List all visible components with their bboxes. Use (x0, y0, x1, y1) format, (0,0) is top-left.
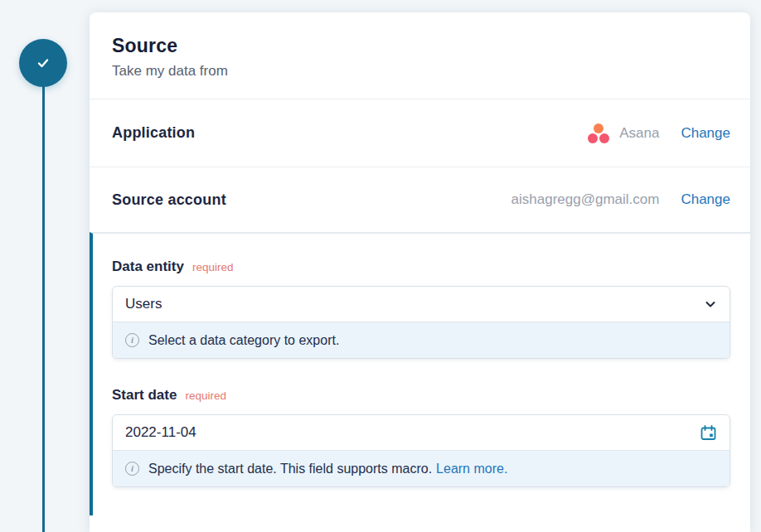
start-date-value: 2022-11-04 (125, 424, 196, 441)
change-application-link[interactable]: Change (681, 125, 730, 142)
calendar-icon[interactable] (700, 424, 717, 442)
application-row: Application Asana Change (90, 99, 750, 167)
check-icon (34, 54, 52, 72)
data-entity-label: Data entity (112, 259, 184, 275)
source-settings-section: Data entity required Users i Select a da… (90, 232, 750, 515)
start-date-label: Start date (112, 387, 177, 404)
data-entity-group: Users i Select a data category to export… (112, 286, 730, 359)
start-date-hint: i Specify the start date. This field sup… (113, 451, 729, 486)
data-entity-select[interactable]: Users (113, 287, 729, 322)
source-account-value: aishagregg@gmail.com (511, 191, 660, 208)
card-header: Source Take my data from (90, 12, 750, 99)
stepper-connector-line (42, 83, 45, 532)
data-entity-value: Users (125, 296, 162, 312)
start-date-label-row: Start date required (112, 387, 730, 404)
start-date-required-badge: required (185, 389, 226, 402)
change-account-link[interactable]: Change (681, 191, 730, 208)
start-date-group: 2022-11-04 i Specify the start date. Thi… (112, 414, 730, 487)
source-account-label: Source account (112, 191, 226, 209)
chevron-down-icon (704, 297, 717, 311)
start-date-hint-text: Specify the start date. This field suppo… (148, 462, 432, 476)
application-value: Asana (619, 125, 659, 142)
step-complete-badge[interactable] (19, 39, 67, 87)
page-subtitle: Take my data from (112, 63, 727, 80)
page-title: Source (112, 35, 727, 57)
start-date-input[interactable]: 2022-11-04 (113, 415, 729, 451)
data-entity-label-row: Data entity required (112, 259, 730, 275)
source-step-card: Source Take my data from Application Asa… (90, 12, 750, 532)
source-account-row: Source account aishagregg@gmail.com Chan… (90, 167, 750, 232)
asana-logo-icon (586, 122, 611, 145)
data-entity-required-badge: required (192, 261, 234, 273)
data-entity-hint-text: Select a data category to export. (148, 333, 339, 348)
learn-more-link[interactable]: Learn more. (436, 462, 507, 476)
info-icon: i (125, 333, 139, 347)
info-icon: i (125, 462, 139, 476)
data-entity-hint: i Select a data category to export. (113, 322, 729, 358)
application-label: Application (112, 124, 195, 142)
